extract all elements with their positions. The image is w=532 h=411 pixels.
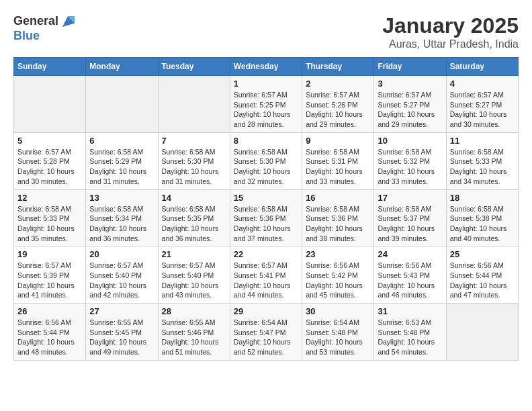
day-number: 8 [234, 136, 298, 146]
calendar-day-14: 14Sunrise: 6:58 AM Sunset: 5:35 PM Dayli… [158, 189, 230, 246]
day-info: Sunrise: 6:57 AM Sunset: 5:40 PM Dayligh… [89, 261, 154, 300]
logo-icon [60, 13, 76, 30]
day-number: 31 [378, 306, 442, 316]
calendar-day-6: 6Sunrise: 6:58 AM Sunset: 5:29 PM Daylig… [86, 132, 158, 189]
day-number: 15 [234, 193, 298, 203]
day-number: 21 [162, 249, 226, 259]
day-info: Sunrise: 6:58 AM Sunset: 5:31 PM Dayligh… [306, 147, 370, 187]
calendar-day-25: 25Sunrise: 6:56 AM Sunset: 5:44 PM Dayli… [446, 246, 518, 304]
weekday-header-thursday: Thursday [302, 58, 374, 76]
day-info: Sunrise: 6:58 AM Sunset: 5:36 PM Dayligh… [234, 204, 298, 244]
calendar-empty-cell [86, 76, 158, 133]
day-number: 24 [378, 249, 442, 259]
day-info: Sunrise: 6:58 AM Sunset: 5:30 PM Dayligh… [162, 147, 226, 187]
page-header: General Blue January 2025 Auras, Uttar P… [13, 13, 519, 50]
calendar-day-1: 1Sunrise: 6:57 AM Sunset: 5:25 PM Daylig… [230, 76, 302, 133]
day-number: 29 [234, 306, 298, 316]
day-info: Sunrise: 6:54 AM Sunset: 5:48 PM Dayligh… [306, 318, 370, 357]
weekday-header-monday: Monday [86, 58, 158, 76]
day-info: Sunrise: 6:58 AM Sunset: 5:32 PM Dayligh… [378, 147, 442, 187]
weekday-header-sunday: Sunday [14, 58, 86, 76]
calendar-day-5: 5Sunrise: 6:57 AM Sunset: 5:28 PM Daylig… [14, 132, 86, 189]
day-info: Sunrise: 6:58 AM Sunset: 5:38 PM Dayligh… [450, 204, 515, 244]
day-info: Sunrise: 6:58 AM Sunset: 5:33 PM Dayligh… [17, 204, 82, 244]
calendar-day-20: 20Sunrise: 6:57 AM Sunset: 5:40 PM Dayli… [86, 246, 158, 304]
calendar-day-12: 12Sunrise: 6:58 AM Sunset: 5:33 PM Dayli… [14, 189, 86, 246]
day-info: Sunrise: 6:57 AM Sunset: 5:39 PM Dayligh… [17, 261, 82, 300]
day-number: 12 [17, 193, 82, 203]
day-number: 2 [306, 79, 370, 89]
day-number: 5 [17, 136, 82, 146]
calendar-day-15: 15Sunrise: 6:58 AM Sunset: 5:36 PM Dayli… [230, 189, 302, 246]
logo-text-general: General [13, 15, 58, 28]
day-number: 28 [162, 306, 226, 316]
calendar-day-9: 9Sunrise: 6:58 AM Sunset: 5:31 PM Daylig… [302, 132, 374, 189]
day-info: Sunrise: 6:54 AM Sunset: 5:47 PM Dayligh… [234, 318, 298, 357]
calendar-day-27: 27Sunrise: 6:55 AM Sunset: 5:45 PM Dayli… [86, 304, 158, 361]
day-number: 14 [162, 193, 226, 203]
day-info: Sunrise: 6:58 AM Sunset: 5:36 PM Dayligh… [306, 204, 370, 244]
calendar-day-4: 4Sunrise: 6:57 AM Sunset: 5:27 PM Daylig… [446, 76, 518, 133]
day-info: Sunrise: 6:58 AM Sunset: 5:30 PM Dayligh… [234, 147, 298, 187]
day-number: 20 [89, 249, 154, 259]
calendar-day-26: 26Sunrise: 6:56 AM Sunset: 5:44 PM Dayli… [14, 304, 86, 361]
calendar-day-17: 17Sunrise: 6:58 AM Sunset: 5:37 PM Dayli… [374, 189, 446, 246]
calendar-week-row: 19Sunrise: 6:57 AM Sunset: 5:39 PM Dayli… [14, 246, 519, 304]
calendar-day-3: 3Sunrise: 6:57 AM Sunset: 5:27 PM Daylig… [374, 76, 446, 133]
day-info: Sunrise: 6:56 AM Sunset: 5:44 PM Dayligh… [450, 261, 515, 300]
calendar-week-row: 12Sunrise: 6:58 AM Sunset: 5:33 PM Dayli… [14, 189, 519, 246]
day-info: Sunrise: 6:57 AM Sunset: 5:27 PM Dayligh… [378, 90, 442, 130]
weekday-header-tuesday: Tuesday [158, 58, 230, 76]
calendar-empty-cell [158, 76, 230, 133]
logo: General Blue [13, 13, 76, 43]
day-info: Sunrise: 6:57 AM Sunset: 5:41 PM Dayligh… [234, 261, 298, 300]
calendar-day-11: 11Sunrise: 6:58 AM Sunset: 5:33 PM Dayli… [446, 132, 518, 189]
day-number: 26 [17, 306, 82, 316]
day-info: Sunrise: 6:57 AM Sunset: 5:25 PM Dayligh… [234, 90, 298, 130]
weekday-header-saturday: Saturday [446, 58, 518, 76]
day-number: 16 [306, 193, 370, 203]
calendar-day-31: 31Sunrise: 6:53 AM Sunset: 5:48 PM Dayli… [374, 304, 446, 361]
weekday-header-friday: Friday [374, 58, 446, 76]
calendar-day-2: 2Sunrise: 6:57 AM Sunset: 5:26 PM Daylig… [302, 76, 374, 133]
day-number: 30 [306, 306, 370, 316]
calendar-table: SundayMondayTuesdayWednesdayThursdayFrid… [13, 57, 519, 361]
logo-text-blue: Blue [13, 30, 76, 43]
calendar-day-16: 16Sunrise: 6:58 AM Sunset: 5:36 PM Dayli… [302, 189, 374, 246]
calendar-week-row: 5Sunrise: 6:57 AM Sunset: 5:28 PM Daylig… [14, 132, 519, 189]
calendar-day-28: 28Sunrise: 6:55 AM Sunset: 5:46 PM Dayli… [158, 304, 230, 361]
title-block: January 2025 Auras, Uttar Pradesh, India [382, 13, 519, 50]
day-number: 22 [234, 249, 298, 259]
day-info: Sunrise: 6:56 AM Sunset: 5:44 PM Dayligh… [17, 318, 82, 357]
day-info: Sunrise: 6:58 AM Sunset: 5:33 PM Dayligh… [450, 147, 515, 187]
day-number: 19 [17, 249, 82, 259]
day-number: 9 [306, 136, 370, 146]
calendar-empty-cell [446, 304, 518, 361]
calendar-day-18: 18Sunrise: 6:58 AM Sunset: 5:38 PM Dayli… [446, 189, 518, 246]
day-number: 13 [89, 193, 154, 203]
day-info: Sunrise: 6:57 AM Sunset: 5:27 PM Dayligh… [450, 90, 515, 130]
calendar-day-29: 29Sunrise: 6:54 AM Sunset: 5:47 PM Dayli… [230, 304, 302, 361]
day-info: Sunrise: 6:57 AM Sunset: 5:28 PM Dayligh… [17, 147, 82, 187]
day-number: 4 [450, 79, 515, 89]
day-info: Sunrise: 6:57 AM Sunset: 5:40 PM Dayligh… [162, 261, 226, 300]
day-number: 11 [450, 136, 515, 146]
day-info: Sunrise: 6:58 AM Sunset: 5:35 PM Dayligh… [162, 204, 226, 244]
day-info: Sunrise: 6:58 AM Sunset: 5:37 PM Dayligh… [378, 204, 442, 244]
day-info: Sunrise: 6:53 AM Sunset: 5:48 PM Dayligh… [378, 318, 442, 357]
calendar-day-8: 8Sunrise: 6:58 AM Sunset: 5:30 PM Daylig… [230, 132, 302, 189]
month-title: January 2025 [382, 13, 519, 38]
day-number: 1 [234, 79, 298, 89]
calendar-day-19: 19Sunrise: 6:57 AM Sunset: 5:39 PM Dayli… [14, 246, 86, 304]
day-info: Sunrise: 6:55 AM Sunset: 5:46 PM Dayligh… [162, 318, 226, 357]
day-number: 25 [450, 249, 515, 259]
calendar-day-7: 7Sunrise: 6:58 AM Sunset: 5:30 PM Daylig… [158, 132, 230, 189]
calendar-day-24: 24Sunrise: 6:56 AM Sunset: 5:43 PM Dayli… [374, 246, 446, 304]
day-info: Sunrise: 6:57 AM Sunset: 5:26 PM Dayligh… [306, 90, 370, 130]
day-number: 7 [162, 136, 226, 146]
location-subtitle: Auras, Uttar Pradesh, India [382, 38, 519, 50]
calendar-day-30: 30Sunrise: 6:54 AM Sunset: 5:48 PM Dayli… [302, 304, 374, 361]
day-info: Sunrise: 6:55 AM Sunset: 5:45 PM Dayligh… [89, 318, 154, 357]
day-number: 10 [378, 136, 442, 146]
calendar-day-13: 13Sunrise: 6:58 AM Sunset: 5:34 PM Dayli… [86, 189, 158, 246]
